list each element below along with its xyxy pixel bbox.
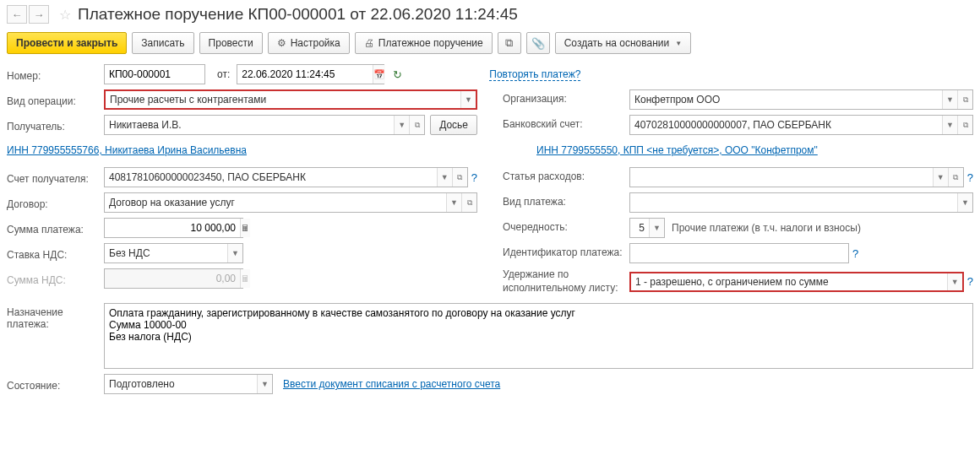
sum-input[interactable]: 🖩 (104, 218, 243, 238)
vat-rate-select[interactable]: Без НДС ▼ (104, 243, 243, 263)
date-input[interactable]: 📅 (237, 64, 384, 84)
hold-select[interactable]: 1 - разрешено, с ограничением по сумме ▼ (629, 272, 964, 292)
open-icon[interactable]: ⧉ (461, 193, 476, 212)
number-input[interactable] (104, 64, 205, 84)
open-icon[interactable]: ⧉ (948, 168, 963, 187)
expense-item-label: Статья расходов: (503, 170, 629, 184)
operation-type-label: Вид операции: (7, 93, 104, 107)
chevron-down-icon[interactable]: ▼ (933, 168, 948, 187)
recipient-label: Получатель: (7, 118, 104, 133)
chevron-down-icon[interactable]: ▼ (942, 90, 957, 109)
expense-item-select[interactable]: ▼ ⧉ (629, 167, 964, 187)
state-select[interactable]: Подготовлено ▼ (104, 374, 273, 394)
post-and-close-button[interactable]: Провести и закрыть (7, 32, 127, 54)
recipient-account-select[interactable]: 40817810600000023450, ПАО СБЕРБАНК ▼ ⧉ (104, 167, 468, 187)
star-icon[interactable]: ☆ (56, 5, 74, 24)
organization-select[interactable]: Конфетпром ООО ▼ ⧉ (629, 89, 973, 110)
vat-rate-label: Ставка НДС: (7, 246, 104, 261)
chevron-down-icon[interactable]: ▼ (394, 116, 409, 134)
dossier-button[interactable]: Досье (430, 115, 477, 135)
payment-type-select[interactable]: ▼ (629, 192, 973, 213)
recipient-account-label: Счет получателя: (7, 170, 104, 185)
chevron-down-icon[interactable]: ▼ (947, 273, 962, 290)
contract-select[interactable]: Договор на оказание услуг ▼ ⧉ (104, 192, 477, 213)
chevron-down-icon[interactable]: ▼ (437, 168, 452, 187)
open-icon[interactable]: ⧉ (957, 116, 972, 134)
create-based-button[interactable]: Создать на основании▼ (555, 32, 691, 54)
paperclip-icon: 📎 (531, 37, 545, 50)
bank-account-select[interactable]: 40702810000000000007, ПАО СБЕРБАНК ▼ ⧉ (629, 115, 973, 135)
hold-label: Удержание по исполнительному листу: (503, 268, 629, 295)
chevron-down-icon[interactable]: ▼ (446, 193, 461, 212)
from-label: от: (217, 68, 230, 80)
identifier-label: Идентификатор платежа: (503, 246, 629, 260)
enter-writeoff-link[interactable]: Ввести документ списания с расчетного сч… (283, 378, 500, 390)
printer-icon: 🖨 (364, 37, 374, 49)
settings-button[interactable]: ⚙Настройка (268, 32, 350, 54)
help-icon[interactable]: ? (967, 275, 973, 288)
org-inn-link[interactable]: ИНН 7799555550, КПП <не требуется>, ООО … (536, 144, 818, 156)
number-label: Номер: (7, 68, 104, 82)
state-label: Состояние: (7, 377, 104, 392)
bank-account-label: Банковский счет: (503, 118, 629, 132)
page-title: Платежное поручение КП00-000001 от 22.06… (78, 5, 518, 24)
recipient-select[interactable]: Никитаева И.В. ▼ ⧉ (104, 115, 425, 135)
vat-sum-input: 🖩 (104, 268, 243, 289)
operation-type-select[interactable]: Прочие расчеты с контрагентами ▼ (104, 89, 477, 110)
gear-icon: ⚙ (277, 37, 286, 49)
open-icon[interactable]: ⧉ (409, 116, 424, 134)
structure-button[interactable]: ⧉ (498, 32, 521, 54)
vat-sum-label: Сумма НДС: (7, 272, 104, 286)
repeat-payment-link[interactable]: Повторять платеж? (489, 68, 580, 81)
purpose-label: Назначение платежа: (7, 303, 104, 330)
post-button[interactable]: Провести (199, 32, 263, 54)
chevron-down-icon[interactable]: ▼ (649, 219, 664, 237)
forward-button[interactable]: → (29, 5, 49, 24)
write-button[interactable]: Записать (132, 32, 193, 54)
recipient-inn-link[interactable]: ИНН 779955555766, Никитаева Ирина Василь… (7, 144, 247, 156)
refresh-icon[interactable]: ↻ (389, 67, 405, 82)
open-icon[interactable]: ⧉ (957, 90, 972, 109)
help-icon[interactable]: ? (471, 171, 477, 184)
sum-label: Сумма платежа: (7, 221, 104, 235)
attach-button[interactable]: 📎 (526, 32, 550, 54)
calculator-icon: 🖩 (240, 269, 250, 288)
help-icon[interactable]: ? (967, 171, 973, 184)
chevron-down-icon[interactable]: ▼ (227, 244, 242, 262)
chevron-down-icon: ▼ (675, 40, 682, 47)
back-button[interactable]: ← (7, 5, 27, 24)
organization-label: Организация: (503, 93, 629, 106)
identifier-input[interactable] (629, 243, 849, 263)
chevron-down-icon[interactable]: ▼ (942, 116, 957, 134)
contract-label: Договор: (7, 196, 104, 210)
help-icon[interactable]: ? (852, 247, 858, 260)
open-icon[interactable]: ⧉ (452, 168, 467, 187)
payment-type-label: Вид платежа: (503, 196, 629, 209)
priority-text: Прочие платежи (в т.ч. налоги и взносы) (672, 222, 861, 234)
priority-label: Очередность: (503, 221, 629, 235)
calendar-icon[interactable]: 📅 (373, 65, 385, 84)
purpose-textarea[interactable] (104, 303, 973, 369)
structure-icon: ⧉ (505, 36, 513, 50)
calculator-icon[interactable]: 🖩 (240, 219, 250, 237)
chevron-down-icon[interactable]: ▼ (257, 375, 272, 393)
chevron-down-icon[interactable]: ▼ (957, 193, 972, 212)
print-button[interactable]: 🖨Платежное поручение (355, 32, 493, 54)
priority-select[interactable]: 5 ▼ (629, 218, 665, 238)
chevron-down-icon[interactable]: ▼ (460, 91, 476, 108)
